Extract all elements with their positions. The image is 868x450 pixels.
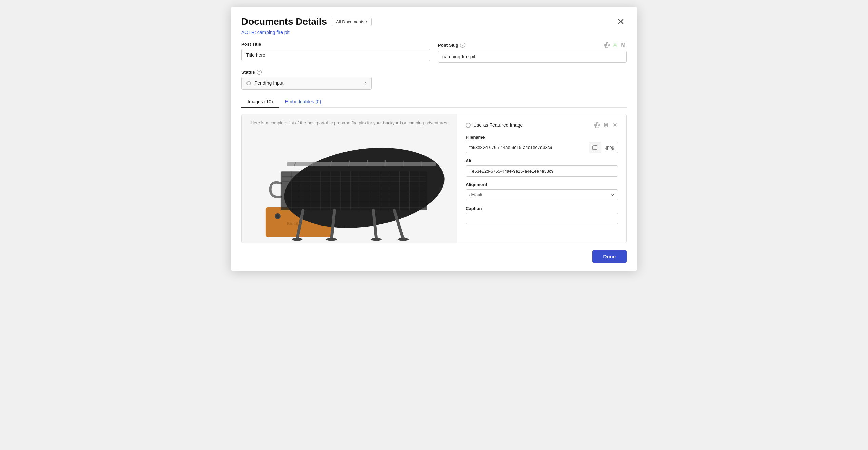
- filename-label: Filename: [466, 135, 618, 140]
- alignment-select-wrapper: default left center right: [466, 189, 618, 200]
- alt-input[interactable]: [466, 165, 618, 177]
- featured-image-row: Use as Featured Image M ✕: [466, 122, 618, 129]
- medium-icon: M: [620, 42, 627, 48]
- svg-line-11: [403, 161, 403, 166]
- svg-point-41: [276, 214, 280, 218]
- status-label: Status ?: [241, 70, 627, 75]
- image-panel: Here is a complete list of the best port…: [241, 114, 627, 243]
- post-slug-input[interactable]: [438, 51, 627, 63]
- svg-rect-47: [593, 146, 596, 150]
- alt-section: Alt: [466, 158, 618, 177]
- wordpress-icon: [604, 42, 610, 48]
- svg-line-9: [367, 160, 368, 166]
- aotr-link[interactable]: AOTR: camping fire pit: [241, 30, 290, 35]
- filename-icon-button[interactable]: [589, 142, 601, 153]
- all-documents-button[interactable]: All Documents ›: [332, 18, 372, 26]
- post-slug-platform-icons: M: [604, 42, 627, 48]
- post-title-label: Post Title: [241, 42, 430, 47]
- svg-point-1: [614, 43, 616, 45]
- featured-x-icon: ✕: [611, 122, 618, 129]
- caption-label: Caption: [466, 206, 618, 211]
- title-slug-row: Post Title Post Slug ?: [241, 42, 627, 63]
- post-slug-group: Post Slug ?: [438, 42, 627, 63]
- svg-line-12: [421, 161, 422, 166]
- alignment-label: Alignment: [466, 182, 618, 187]
- status-chevron-icon: ›: [365, 80, 367, 86]
- featured-radio[interactable]: [466, 123, 471, 128]
- svg-point-45: [371, 238, 382, 241]
- svg-point-44: [326, 238, 337, 241]
- status-dot: [246, 81, 251, 85]
- svg-line-10: [385, 160, 385, 166]
- tab-embeddables[interactable]: Embeddables (0): [279, 96, 328, 108]
- tab-images[interactable]: Images (10): [241, 96, 279, 108]
- svg-rect-4: [287, 162, 436, 166]
- post-slug-label: Post Slug ?: [438, 42, 627, 48]
- filename-row: .jpeg: [466, 142, 618, 153]
- image-left-panel: Here is a complete list of the best port…: [242, 114, 457, 243]
- modal-title-text: Documents Details: [241, 16, 327, 27]
- status-row: Status ? Pending Input ›: [241, 70, 627, 90]
- modal-header: Documents Details All Documents › ✕: [241, 16, 627, 27]
- user-icon: [612, 42, 618, 48]
- alignment-section: Alignment default left center right: [466, 182, 618, 200]
- featured-label-text: Use as Featured Image: [473, 122, 523, 128]
- caption-input[interactable]: [466, 213, 618, 224]
- image-caption: Here is a complete list of the best port…: [251, 120, 448, 125]
- svg-rect-13: [281, 171, 427, 210]
- modal-title-group: Documents Details All Documents ›: [241, 16, 372, 27]
- done-button[interactable]: Done: [592, 250, 627, 263]
- svg-point-43: [398, 238, 409, 241]
- documents-details-modal: Documents Details All Documents › ✕ AOTR…: [231, 7, 637, 271]
- image-right-panel: Use as Featured Image M ✕ Filename: [457, 114, 626, 243]
- post-title-group: Post Title: [241, 42, 430, 63]
- filename-input[interactable]: [466, 142, 589, 153]
- image-preview: BioLite: [248, 130, 451, 243]
- alt-label: Alt: [466, 158, 618, 163]
- close-button[interactable]: ✕: [615, 17, 627, 27]
- copy-icon: [592, 145, 598, 150]
- svg-point-42: [292, 238, 302, 241]
- featured-wp-icon: [594, 122, 600, 129]
- filename-extension: .jpeg: [601, 142, 618, 153]
- tabs-row: Images (10) Embeddables (0): [241, 96, 627, 108]
- alignment-select[interactable]: default left center right: [466, 189, 618, 200]
- caption-section: Caption: [466, 206, 618, 224]
- featured-m-icon: M: [603, 122, 609, 129]
- post-title-input[interactable]: [241, 49, 430, 61]
- status-select[interactable]: Pending Input ›: [241, 77, 372, 90]
- status-help-icon: ?: [257, 70, 262, 75]
- filename-section: Filename .jpeg: [466, 135, 618, 153]
- svg-text:BioLite: BioLite: [287, 221, 301, 226]
- post-slug-help-icon: ?: [460, 43, 465, 48]
- status-value: Pending Input: [254, 80, 283, 86]
- modal-footer: Done: [241, 250, 627, 263]
- featured-platform-icons: M ✕: [594, 122, 618, 129]
